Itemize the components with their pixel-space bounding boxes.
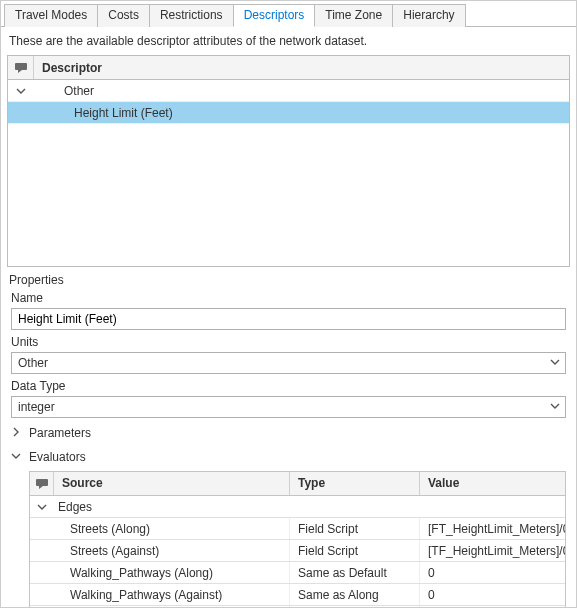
evaluators-group-edges[interactable]: Edges <box>30 496 565 518</box>
cell-value: 0 <box>420 562 565 583</box>
column-value[interactable]: Value <box>420 472 565 495</box>
parameters-expander[interactable]: Parameters <box>1 421 576 445</box>
evaluator-row[interactable]: Streets (Along) Field Script [FT_HeightL… <box>30 518 565 540</box>
cell-type: Field Script <box>290 540 420 561</box>
comment-icon <box>30 472 54 495</box>
cell-source: Streets (Along) <box>30 518 290 539</box>
units-select[interactable]: Other <box>11 352 566 374</box>
evaluators-expander[interactable]: Evaluators <box>1 445 576 469</box>
tab-restrictions[interactable]: Restrictions <box>149 4 234 27</box>
name-field[interactable] <box>11 308 566 330</box>
tab-bar: Travel Modes Costs Restrictions Descript… <box>1 1 576 27</box>
evaluator-row[interactable]: Streets (Against) Field Script [TF_Heigh… <box>30 540 565 562</box>
svg-marker-3 <box>39 486 43 489</box>
descriptor-grid: Descriptor Other Height Limit (Feet) <box>7 55 570 267</box>
cell-value: [TF_HeightLimit_Meters]/0.3048 <box>420 540 565 561</box>
tab-travel-modes[interactable]: Travel Modes <box>4 4 98 27</box>
tab-hierarchy[interactable]: Hierarchy <box>392 4 465 27</box>
name-label: Name <box>1 289 576 307</box>
descriptor-group-label: Other <box>34 84 569 98</box>
cell-value: 0 <box>420 584 565 605</box>
svg-rect-0 <box>15 63 27 70</box>
parameters-label: Parameters <box>29 426 91 440</box>
cell-type: Same as Default <box>290 562 420 583</box>
svg-rect-2 <box>36 479 48 486</box>
datatype-select[interactable]: integer <box>11 396 566 418</box>
cell-type: Same as Along <box>290 584 420 605</box>
chevron-down-icon[interactable] <box>8 86 34 96</box>
cell-source: Walking_Pathways (Along) <box>30 562 290 583</box>
evaluators-header: Source Type Value <box>30 472 565 496</box>
tab-time-zone[interactable]: Time Zone <box>314 4 393 27</box>
evaluators-table: Source Type Value Edges Streets (Along) … <box>29 471 566 608</box>
units-label: Units <box>1 333 576 351</box>
column-type[interactable]: Type <box>290 472 420 495</box>
evaluator-row[interactable]: Walking_Pathways (Against) Same as Along… <box>30 584 565 606</box>
datatype-label: Data Type <box>1 377 576 395</box>
section-description: These are the available descriptor attri… <box>1 27 576 55</box>
evaluators-label: Evaluators <box>29 450 86 464</box>
tab-costs[interactable]: Costs <box>97 4 150 27</box>
descriptor-item-label: Height Limit (Feet) <box>34 106 569 120</box>
chevron-right-icon <box>11 426 21 440</box>
group-label: Edges <box>54 500 92 514</box>
descriptor-grid-header: Descriptor <box>8 56 569 80</box>
descriptor-item-row[interactable]: Height Limit (Feet) <box>8 102 569 124</box>
column-source[interactable]: Source <box>54 472 290 495</box>
properties-title: Properties <box>1 267 576 289</box>
column-descriptor: Descriptor <box>34 61 569 75</box>
cell-type: Field Script <box>290 518 420 539</box>
tab-descriptors[interactable]: Descriptors <box>233 4 316 27</box>
evaluator-row[interactable]: Walking_Pathways (Along) Same as Default… <box>30 562 565 584</box>
cell-value: [FT_HeightLimit_Meters]/0.3048 <box>420 518 565 539</box>
descriptor-group-row[interactable]: Other <box>8 80 569 102</box>
cell-source: Walking_Pathways (Against) <box>30 584 290 605</box>
comment-icon <box>8 56 34 79</box>
chevron-down-icon[interactable] <box>30 502 54 512</box>
chevron-down-icon <box>11 450 21 464</box>
svg-marker-1 <box>18 70 22 73</box>
cell-source: Streets (Against) <box>30 540 290 561</box>
